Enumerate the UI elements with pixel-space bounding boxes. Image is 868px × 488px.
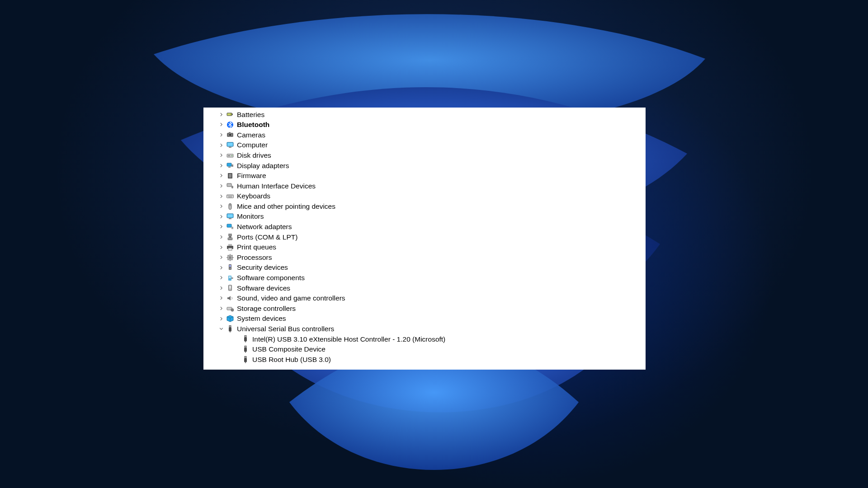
- device-category-network[interactable]: Network adapters: [203, 222, 646, 232]
- device-category-cameras[interactable]: Cameras: [203, 130, 646, 140]
- expand-icon[interactable]: [218, 203, 224, 210]
- device-category-sound[interactable]: Sound, video and game controllers: [203, 293, 646, 304]
- cpu-icon: [226, 253, 235, 262]
- expand-icon[interactable]: [218, 285, 224, 291]
- expand-icon[interactable]: [218, 213, 224, 220]
- device-category-label: Processors: [237, 254, 272, 261]
- speaker-icon: [226, 294, 235, 303]
- device-category-label: Display adapters: [237, 162, 289, 169]
- device-category-ports[interactable]: Ports (COM & LPT): [203, 232, 646, 242]
- expand-icon[interactable]: [218, 295, 224, 301]
- usb-icon: [241, 355, 250, 364]
- device-category-print-queues[interactable]: Print queues: [203, 242, 646, 253]
- device-category-label: Universal Serial Bus controllers: [237, 325, 334, 333]
- port-icon: [226, 232, 235, 241]
- device-category-label: Sound, video and game controllers: [237, 295, 345, 302]
- device-category-label: Human Interface Devices: [237, 183, 316, 190]
- device-category-label: Disk drives: [237, 152, 271, 159]
- sw-device-icon: [226, 283, 235, 292]
- expand-icon[interactable]: [218, 234, 224, 240]
- collapse-icon[interactable]: [218, 326, 224, 332]
- keyboard-icon: [226, 192, 235, 201]
- device-category-label: Cameras: [237, 131, 265, 139]
- mouse-icon: [226, 202, 235, 211]
- expand-icon[interactable]: [218, 173, 224, 179]
- device-item-label: USB Root Hub (USB 3.0): [252, 356, 331, 363]
- device-category-display-adapters[interactable]: Display adapters: [203, 160, 646, 171]
- device-category-mice[interactable]: Mice and other pointing devices: [203, 201, 646, 211]
- device-item-label: Intel(R) USB 3.10 eXtensible Host Contro…: [252, 336, 445, 343]
- device-category-label: Mice and other pointing devices: [237, 203, 335, 210]
- monitor-icon: [226, 141, 235, 150]
- device-category-label: Security devices: [237, 264, 288, 271]
- camera-icon: [226, 130, 235, 139]
- expand-icon[interactable]: [218, 131, 224, 138]
- device-category-label: Bluetooth: [237, 121, 269, 128]
- device-category-monitors[interactable]: Monitors: [203, 211, 646, 222]
- expand-icon[interactable]: [218, 193, 224, 199]
- expand-icon[interactable]: [218, 111, 224, 117]
- expand-icon[interactable]: [218, 122, 224, 128]
- device-category-keyboards[interactable]: Keyboards: [203, 191, 646, 202]
- system-icon: [226, 314, 235, 323]
- bluetooth-icon: [226, 120, 235, 129]
- expand-icon[interactable]: [218, 305, 224, 312]
- device-item-usb-xhci[interactable]: Intel(R) USB 3.10 eXtensible Host Contro…: [203, 334, 646, 344]
- device-category-system-devices[interactable]: System devices: [203, 314, 646, 324]
- expand-icon[interactable]: [218, 183, 224, 189]
- device-item-usb-roothub[interactable]: USB Root Hub (USB 3.0): [203, 354, 646, 365]
- device-category-security[interactable]: Security devices: [203, 263, 646, 273]
- battery-icon: [226, 110, 235, 119]
- device-category-storage-ctrl[interactable]: Storage controllers: [203, 303, 646, 314]
- device-category-label: Network adapters: [237, 223, 292, 230]
- device-category-label: Monitors: [237, 213, 264, 220]
- expand-icon[interactable]: [218, 264, 224, 271]
- display-adapter-icon: [226, 161, 235, 170]
- device-category-computer[interactable]: Computer: [203, 140, 646, 150]
- usb-icon: [226, 324, 235, 333]
- device-category-label: Print queues: [237, 244, 276, 251]
- device-category-label: System devices: [237, 315, 286, 322]
- security-icon: [226, 263, 235, 272]
- device-category-disk-drives[interactable]: Disk drives: [203, 150, 646, 160]
- device-manager-window: BatteriesBluetoothCamerasComputerDisk dr…: [203, 108, 646, 370]
- device-category-bluetooth[interactable]: Bluetooth: [203, 120, 646, 130]
- printer-icon: [226, 243, 235, 252]
- device-category-label: Software devices: [237, 285, 290, 292]
- device-category-label: Batteries: [237, 111, 264, 118]
- device-item-label: USB Composite Device: [252, 346, 326, 353]
- device-category-firmware[interactable]: Firmware: [203, 171, 646, 181]
- usb-icon: [241, 334, 250, 343]
- expander-spacer: [233, 346, 240, 352]
- drive-icon: [226, 151, 235, 160]
- device-category-sw-devices[interactable]: Software devices: [203, 283, 646, 293]
- hid-icon: [226, 181, 235, 190]
- device-category-label: Firmware: [237, 172, 266, 179]
- expand-icon[interactable]: [218, 244, 224, 250]
- expand-icon[interactable]: [218, 315, 224, 322]
- device-category-label: Storage controllers: [237, 305, 296, 312]
- device-item-usb-composite[interactable]: USB Composite Device: [203, 344, 646, 355]
- device-tree[interactable]: BatteriesBluetoothCamerasComputerDisk dr…: [203, 108, 646, 370]
- usb-icon: [241, 345, 250, 354]
- expander-spacer: [233, 336, 240, 342]
- device-category-label: Computer: [237, 141, 268, 149]
- expand-icon[interactable]: [218, 152, 224, 159]
- storage-ctrl-icon: [226, 304, 235, 313]
- expand-icon[interactable]: [218, 224, 224, 230]
- device-category-label: Software components: [237, 274, 305, 282]
- expand-icon[interactable]: [218, 254, 224, 261]
- device-category-label: Keyboards: [237, 192, 270, 200]
- device-category-hid[interactable]: Human Interface Devices: [203, 181, 646, 191]
- device-category-batteries[interactable]: Batteries: [203, 109, 646, 120]
- sw-component-icon: [226, 273, 235, 282]
- expander-spacer: [233, 357, 240, 363]
- device-category-processors[interactable]: Processors: [203, 252, 646, 263]
- monitor-icon: [226, 212, 235, 221]
- device-category-usb[interactable]: Universal Serial Bus controllers: [203, 324, 646, 334]
- expand-icon[interactable]: [218, 275, 224, 281]
- expand-icon[interactable]: [218, 142, 224, 148]
- firmware-icon: [226, 171, 235, 180]
- expand-icon[interactable]: [218, 162, 224, 169]
- device-category-sw-components[interactable]: Software components: [203, 273, 646, 283]
